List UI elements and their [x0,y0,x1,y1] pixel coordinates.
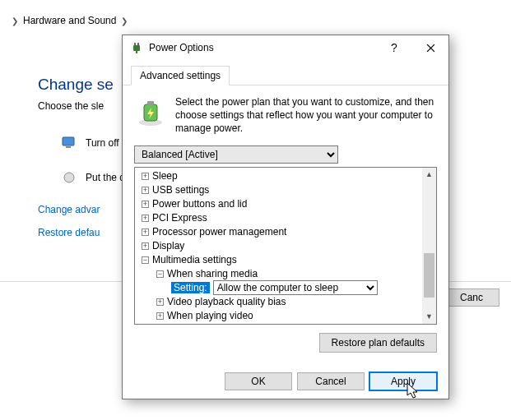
tree-item-power-buttons[interactable]: +Power buttons and lid [138,197,422,211]
tree-item-sleep[interactable]: +Sleep [138,169,422,183]
battery-plan-icon [134,95,167,128]
page-cancel-button[interactable]: Canc [444,288,499,307]
svg-rect-4 [134,43,136,45]
expand-icon[interactable]: + [156,298,164,306]
expand-icon[interactable]: + [142,228,149,236]
expand-icon[interactable]: + [142,187,149,194]
close-icon [426,44,435,53]
svg-rect-1 [66,146,71,148]
tree-item-display[interactable]: +Display [138,239,422,253]
apply-button[interactable]: Apply [369,372,437,390]
scrollbar[interactable]: ▲ ▼ [422,168,436,324]
moon-icon [61,169,77,186]
tree-item-usb[interactable]: +USB settings [138,183,422,197]
setting-value-select[interactable]: Allow the computer to sleep [213,280,378,295]
expand-icon[interactable]: + [142,201,149,208]
ok-button[interactable]: OK [225,372,292,390]
tree-item-when-playing[interactable]: +When playing video [138,309,422,323]
svg-rect-3 [133,45,140,51]
tree-item-multimedia[interactable]: −Multimedia settings [138,253,422,267]
breadcrumb-item[interactable]: Hardware and Sound [23,15,116,26]
power-plug-icon [129,40,144,55]
restore-defaults-button[interactable]: Restore plan defaults [319,333,437,353]
chevron-right-icon: ❯ [121,16,128,25]
tree-item-setting[interactable]: Setting: Allow the computer to sleep [138,281,422,295]
svg-point-2 [64,173,74,182]
dialog-title: Power Options [149,42,376,53]
expand-icon[interactable]: + [142,215,149,222]
titlebar[interactable]: Power Options ? [123,35,448,60]
chevron-right-icon: ❯ [12,16,18,25]
svg-rect-0 [63,137,74,145]
expand-icon[interactable]: + [156,312,164,320]
tree-item-processor[interactable]: +Processor power management [138,225,422,239]
expand-icon[interactable]: + [142,242,149,250]
scroll-up-button[interactable]: ▲ [422,168,436,182]
tab-advanced-settings[interactable]: Advanced settings [131,66,230,85]
svg-rect-5 [137,43,139,45]
tree-item-pci-express[interactable]: +PCI Express [138,211,422,225]
expand-icon[interactable]: + [142,173,149,180]
power-options-dialog: Power Options ? Advanced settings Select… [122,35,449,399]
settings-tree: +Sleep +USB settings +Power buttons and … [134,167,437,325]
help-button[interactable]: ? [376,35,412,60]
breadcrumb[interactable]: ❯ Hardware and Sound ❯ [12,15,499,26]
scrollbar-track[interactable] [422,182,436,310]
cancel-button[interactable]: Cancel [297,372,365,390]
tree-item-video-playback[interactable]: +Video playback quality bias [138,295,422,309]
svg-rect-9 [147,101,154,105]
setting-label: Setting: [171,282,210,293]
monitor-icon [61,135,77,151]
collapse-icon[interactable]: − [156,270,164,278]
dialog-footer: OK Cancel Apply [123,364,448,402]
dialog-intro-text: Select the power plan that you want to c… [175,95,437,136]
tabstrip: Advanced settings [123,60,448,85]
setting-label: Turn off t [86,137,124,149]
collapse-icon[interactable]: − [142,256,149,264]
close-button[interactable] [412,35,448,60]
scroll-down-button[interactable]: ▼ [422,310,436,324]
power-plan-select[interactable]: Balanced [Active] [134,145,338,164]
tree-item-when-sharing[interactable]: −When sharing media [138,267,422,281]
svg-rect-6 [136,51,137,53]
scrollbar-thumb[interactable] [424,253,434,298]
